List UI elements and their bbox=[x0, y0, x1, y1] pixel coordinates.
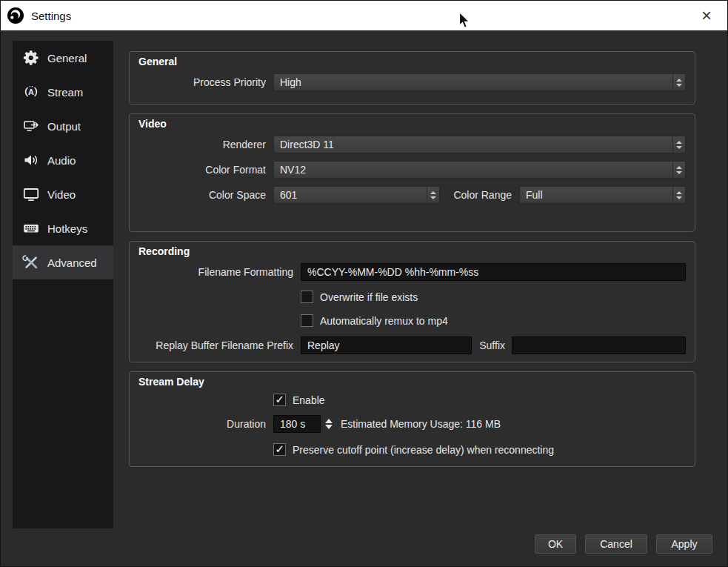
memory-usage-text: Estimated Memory Usage: 116 MB bbox=[341, 418, 501, 430]
sidebar-item-audio[interactable]: Audio bbox=[13, 143, 113, 177]
group-recording: Recording Filename Formatting Overwrite … bbox=[129, 241, 695, 362]
color-space-value: 601 bbox=[280, 189, 297, 201]
combo-arrows-icon bbox=[427, 187, 439, 203]
replay-prefix-label: Replay Buffer Filename Prefix bbox=[138, 339, 293, 351]
sidebar-item-video[interactable]: Video bbox=[13, 177, 113, 211]
duration-label: Duration bbox=[138, 418, 266, 430]
suffix-input[interactable] bbox=[512, 336, 686, 354]
preserve-cutoff-label: Preserve cutoff point (increase delay) w… bbox=[293, 444, 554, 456]
sidebar-item-label: Audio bbox=[47, 154, 76, 167]
combo-arrows-icon bbox=[672, 136, 685, 153]
group-stream-delay: Stream Delay Enable Duration Estimated M… bbox=[129, 371, 695, 467]
group-general: General Process Priority High bbox=[129, 51, 695, 105]
settings-sidebar: General A Stream Output bbox=[13, 41, 113, 528]
monitor-icon bbox=[22, 185, 40, 203]
remux-checkbox[interactable] bbox=[301, 314, 313, 327]
settings-window: Settings × General A bbox=[0, 0, 728, 567]
close-icon[interactable]: × bbox=[693, 2, 720, 29]
duration-input[interactable] bbox=[273, 415, 321, 433]
svg-text:A: A bbox=[28, 87, 34, 96]
sidebar-item-label: General bbox=[47, 52, 87, 64]
process-priority-label: Process Priority bbox=[138, 76, 266, 88]
remux-label: Automatically remux to mp4 bbox=[320, 315, 448, 327]
renderer-label: Renderer bbox=[138, 139, 266, 150]
color-format-select[interactable]: NV12 bbox=[273, 161, 686, 179]
apply-button[interactable]: Apply bbox=[656, 534, 712, 554]
filename-formatting-input[interactable] bbox=[301, 263, 686, 281]
color-format-label: Color Format bbox=[138, 164, 266, 176]
stream-delay-enable-checkbox[interactable] bbox=[273, 394, 286, 406]
window-title: Settings bbox=[31, 10, 71, 22]
sidebar-item-label: Output bbox=[47, 120, 81, 133]
sidebar-item-output[interactable]: Output bbox=[13, 109, 113, 143]
stepper-up-icon[interactable] bbox=[325, 419, 333, 423]
combo-arrows-icon bbox=[672, 162, 685, 178]
tools-icon bbox=[22, 253, 40, 271]
overwrite-label: Overwrite if file exists bbox=[320, 291, 418, 303]
stepper-down-icon[interactable] bbox=[325, 425, 333, 429]
duration-stepper[interactable] bbox=[323, 419, 335, 429]
keyboard-icon bbox=[22, 219, 40, 237]
obs-logo-icon bbox=[7, 7, 24, 24]
color-range-value: Full bbox=[526, 189, 543, 201]
sidebar-item-advanced[interactable]: Advanced bbox=[13, 245, 113, 279]
sidebar-item-general[interactable]: General bbox=[13, 41, 113, 75]
color-space-label: Color Space bbox=[138, 189, 266, 201]
process-priority-value: High bbox=[280, 76, 301, 88]
title-bar: Settings × bbox=[1, 1, 727, 30]
replay-prefix-input[interactable] bbox=[301, 336, 472, 354]
stream-delay-enable-label: Enable bbox=[293, 394, 325, 406]
output-icon bbox=[22, 117, 40, 135]
group-stream-delay-title: Stream Delay bbox=[138, 376, 686, 388]
sidebar-item-label: Stream bbox=[47, 86, 83, 99]
group-video-title: Video bbox=[138, 118, 686, 130]
combo-arrows-icon bbox=[672, 187, 685, 203]
ok-button[interactable]: OK bbox=[535, 534, 576, 554]
preserve-cutoff-checkbox[interactable] bbox=[273, 443, 286, 456]
sidebar-item-label: Hotkeys bbox=[47, 222, 87, 235]
color-format-value: NV12 bbox=[280, 164, 306, 176]
sidebar-item-label: Video bbox=[47, 188, 76, 201]
renderer-value: Direct3D 11 bbox=[280, 139, 334, 150]
color-space-select[interactable]: 601 bbox=[273, 186, 440, 204]
dialog-footer: OK Cancel Apply bbox=[535, 534, 712, 554]
sidebar-item-label: Advanced bbox=[47, 256, 97, 269]
broadcast-icon: A bbox=[22, 83, 40, 101]
sidebar-item-stream[interactable]: A Stream bbox=[13, 75, 113, 109]
suffix-label: Suffix bbox=[478, 339, 505, 351]
color-range-label: Color Range bbox=[447, 189, 512, 201]
gear-icon bbox=[22, 49, 40, 67]
group-video: Video Renderer Direct3D 11 Color Format … bbox=[129, 113, 695, 232]
filename-formatting-label: Filename Formatting bbox=[138, 266, 293, 278]
group-general-title: General bbox=[138, 56, 686, 67]
cancel-button[interactable]: Cancel bbox=[585, 534, 647, 554]
process-priority-select[interactable]: High bbox=[273, 73, 686, 91]
color-range-select[interactable]: Full bbox=[519, 186, 686, 204]
speaker-icon bbox=[22, 151, 40, 169]
overwrite-checkbox[interactable] bbox=[301, 291, 313, 303]
renderer-select[interactable]: Direct3D 11 bbox=[273, 136, 686, 153]
sidebar-item-hotkeys[interactable]: Hotkeys bbox=[13, 211, 113, 245]
combo-arrows-icon bbox=[672, 74, 685, 90]
group-recording-title: Recording bbox=[138, 245, 686, 257]
settings-content: General Process Priority High Video Rend… bbox=[129, 51, 695, 476]
